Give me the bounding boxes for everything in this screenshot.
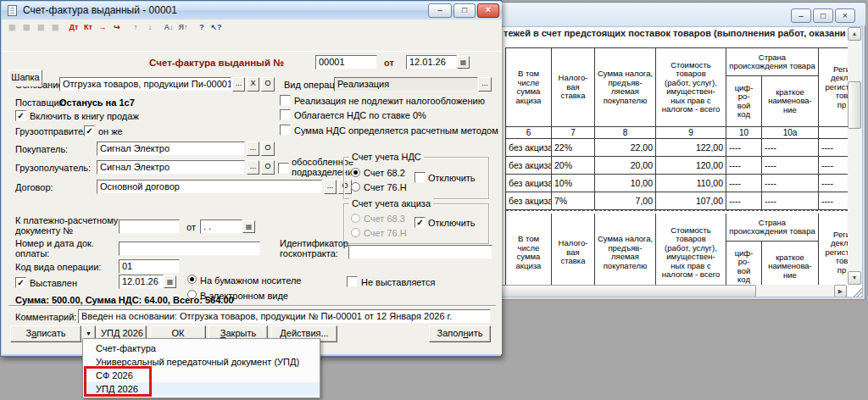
contract-more-button[interactable]: ... (324, 180, 337, 194)
table-cell: ---- (726, 192, 762, 210)
move-up-icon[interactable]: ↑ (130, 21, 142, 34)
close-button[interactable]: × (835, 8, 855, 23)
table-header-cell: Стоимость товаров (работ, услуг), имущес… (656, 48, 726, 127)
not-taxable-label: Реализация не подлежит налогообложению (294, 96, 485, 106)
table-header-cell: Налого- вая ставка (552, 48, 595, 127)
context-help-icon[interactable]: ↖? (210, 21, 222, 34)
horizontal-scrollbar[interactable]: ▶ (499, 285, 848, 297)
table-cell: ---- (762, 139, 819, 157)
doc-from-label: от (384, 58, 394, 68)
include-in-sales-book-checkbox[interactable]: ✓ (15, 110, 26, 121)
close-button[interactable]: × (477, 3, 499, 18)
kt-postings-icon[interactable]: Кт (82, 21, 94, 34)
table-settings-icon[interactable]: ▦ (35, 21, 47, 34)
minimize-button[interactable]: – (428, 3, 452, 18)
comment-field[interactable]: Введен на основании: Отгрузка товаров, п… (78, 309, 491, 324)
osnovanie-more-button[interactable]: ... (232, 77, 245, 92)
print-form-content: тежей в счет предстоящих поставок товаро… (498, 26, 863, 297)
table-cell: 10% (552, 175, 595, 192)
table-cell: ---- (726, 175, 762, 192)
contract-field[interactable]: Основной договор (97, 180, 322, 194)
vat-account-76n-radio[interactable] (351, 182, 360, 192)
osnovanie-clear-button[interactable]: X (247, 77, 259, 92)
calendar-button[interactable]: ▦ (242, 220, 255, 233)
resize-grip[interactable] (849, 286, 862, 297)
not-issued-label: Не выставляется (361, 277, 436, 287)
table-cell: ---- (762, 192, 819, 210)
goto-related-icon[interactable]: ↪ (111, 21, 123, 34)
minimize-icon: – (798, 11, 804, 20)
table-colnum-cell: 8 (595, 127, 656, 139)
consignee-field[interactable]: Сигнал Электро (97, 160, 245, 175)
calendar-button[interactable]: ▦ (164, 275, 176, 288)
vat-zero-checkbox[interactable] (280, 109, 291, 120)
osnovanie-open-button[interactable]: О (261, 77, 275, 92)
excise-disable-checkbox[interactable]: ✓ (415, 217, 426, 228)
table-cell: 22% (552, 139, 595, 157)
comment-label: Комментарий: (15, 312, 76, 322)
vat-account-682-radio[interactable] (351, 168, 360, 177)
vertical-scroll-thumb[interactable] (848, 81, 861, 129)
horizontal-scroll-thumb[interactable] (499, 285, 756, 297)
gov-contract-label: Идентификатор госконтракта: (280, 238, 348, 258)
calendar-button[interactable]: ▦ (457, 56, 470, 69)
postavshchik-value: Останусь на 1с7 (59, 97, 135, 108)
vat-disable-checkbox[interactable] (415, 172, 426, 183)
table-header-cell: Сумма налога, предъяв- ляемая покупателю (595, 214, 656, 285)
not-taxable-checkbox[interactable] (280, 95, 291, 106)
excise-account-683-label: Счет 68.3 (364, 214, 405, 224)
print-icon[interactable]: ▦ (20, 21, 32, 34)
scroll-up-button[interactable]: ▲ (848, 27, 861, 41)
vat-calc-method-checkbox[interactable] (280, 125, 291, 136)
sort-asc-icon[interactable]: А↓ (163, 21, 175, 34)
paper-media-radio[interactable] (187, 275, 197, 284)
help-icon[interactable]: ? (196, 21, 208, 34)
save-button[interactable]: Записать (10, 325, 81, 342)
tab-shapka[interactable]: Шапка (8, 69, 42, 86)
table-cell: 22,00 (595, 139, 656, 157)
vertical-scrollbar[interactable]: ▲ ▼ (848, 27, 862, 285)
issued-date-field[interactable]: 12.01.26 (119, 275, 164, 289)
report-icon[interactable]: ▦ (6, 21, 18, 34)
scroll-right-button[interactable]: ▶ (834, 285, 847, 297)
scroll-down-button[interactable]: ▼ (848, 271, 861, 285)
doc-date-field[interactable]: 12.01.26 (406, 55, 457, 69)
payment-doc-date-field[interactable]: . . (200, 219, 242, 234)
doc-number-field[interactable]: 00001 (315, 55, 377, 69)
operation-code-field[interactable]: 01 (119, 259, 180, 274)
fill-button[interactable]: Заполнить (429, 325, 491, 342)
shipper-same-checkbox[interactable]: ✓ (84, 125, 95, 136)
vid-operacii-more-button[interactable]: ... (478, 77, 492, 92)
vid-operacii-field[interactable]: Реализация (334, 77, 478, 92)
shipper-same-label: он же (98, 126, 123, 136)
buyer-label: Покупатель: (15, 144, 68, 154)
maximize-button[interactable]: □ (813, 8, 833, 23)
table-cell: ---- (762, 175, 819, 192)
payment-doc-number-field[interactable] (119, 219, 180, 234)
osnovanie-field[interactable]: Отгрузка товаров, продукции Пи-00001 (12 (59, 77, 231, 92)
buyer-field[interactable]: Сигнал Электро (97, 142, 245, 156)
menu-item-schet-faktura[interactable]: Счет-фактура (83, 342, 320, 355)
move-down-icon[interactable]: ↓ (144, 21, 156, 34)
not-issued-checkbox[interactable] (347, 276, 358, 287)
maximize-button[interactable]: □ (453, 3, 476, 18)
table-cell: 7% (552, 192, 595, 210)
table-copy-icon[interactable]: ▦ (49, 21, 61, 34)
close-icon: × (486, 5, 491, 14)
minimize-button[interactable]: – (791, 8, 811, 23)
payment-doc-label: К платежно-расчетному документу № (15, 215, 118, 236)
table-colnum-cell: 6 (506, 127, 552, 139)
sort-desc-icon[interactable]: Я↑ (177, 21, 189, 34)
payment-number-field[interactable] (119, 242, 260, 256)
form-header-text: тежей в счет предстоящих поставок товаро… (504, 28, 846, 38)
gov-contract-field[interactable] (348, 245, 492, 259)
invoice-titlebar[interactable]: Счет-фактура выданный - 00001 (2, 2, 502, 19)
enter-on-basis-icon[interactable]: → (97, 21, 108, 34)
buyer-more-button[interactable]: ... (247, 142, 259, 156)
consignee-open-button[interactable]: О (261, 160, 275, 175)
separate-division-checkbox[interactable] (278, 163, 289, 174)
dt-postings-icon[interactable]: Дт (68, 21, 80, 34)
consignee-more-button[interactable]: ... (247, 160, 259, 175)
issued-checkbox[interactable]: ✓ (15, 277, 26, 288)
buyer-open-button[interactable]: О (261, 142, 275, 156)
